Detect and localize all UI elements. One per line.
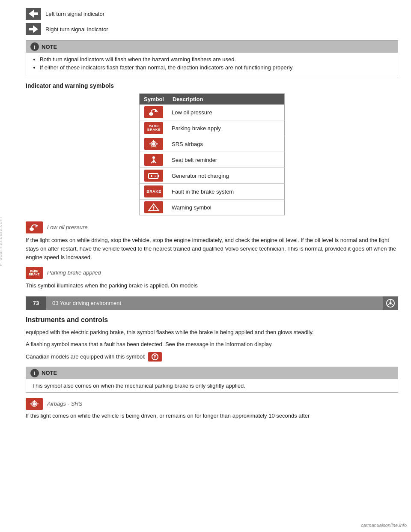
note-box-2-text: This symbol also comes on when the mecha… [32,383,245,389]
park-symbol: PARKBRAKE [144,122,163,134]
note-box-1: i NOTE Both turn signal indicators will … [26,40,398,76]
watermark: Procarmanuals.com [0,217,3,266]
symbol-description: Low oil pressure [168,105,285,120]
parking-brake-indicator-row: PARKBRAKE Parking brake applied [26,267,398,279]
note-box-2-title: NOTE [42,370,57,376]
airbags-icon [26,398,43,410]
symbol-cell [140,168,168,184]
symbol-description: Seat belt reminder [168,152,285,168]
svg-point-20 [153,209,154,210]
footer-title: 03 Your driving environment [46,300,383,306]
symbol-cell: PARKBRAKE [140,120,168,136]
svg-point-22 [36,225,38,227]
instruments-text-1: equipped with the electric parking brake… [26,328,398,337]
svg-point-24 [389,302,392,305]
svg-rect-13 [149,173,158,179]
symbol-cell [140,200,168,215]
symbol-description: Fault in the brake system [168,184,285,200]
parking-brake-indicator-icon: PARKBRAKE [26,267,43,279]
table-row: BRAKE Fault in the brake system [140,184,285,200]
low-oil-text: If the light comes on while driving, sto… [26,236,398,262]
table-row: Generator not charging [140,168,285,184]
symbol-cell [140,105,168,120]
left-turn-signal-icon [26,8,41,20]
svg-point-9 [152,156,155,159]
low-oil-indicator-row: Low oil pressure [26,221,398,233]
instruments-text-2: A flashing symbol means that a fault has… [26,340,398,349]
left-turn-signal-row: Left turn signal indicator [26,8,398,20]
table-row: Seat belt reminder [140,152,285,168]
page-footer-bar: 73 03 Your driving environment [26,296,398,310]
instruments-title: Instruments and controls [26,316,398,324]
svg-point-30 [33,402,36,406]
table-row: Warning symbol [140,200,285,215]
low-oil-indicator-icon [26,221,43,233]
symbol-description: Generator not charging [168,168,285,184]
section-heading: Indicator and warning symbols [26,82,398,89]
canadian-parking-symbol: P [148,352,162,362]
table-row: SRS airbags [140,136,285,152]
note-box-2-body: This symbol also comes on when the mecha… [26,379,398,392]
symbol-description: Parking brake apply [168,120,285,136]
note-box-1-title: NOTE [42,44,57,50]
right-turn-signal-icon [26,23,41,35]
table-row: Low oil pressure [140,105,285,120]
svg-marker-1 [29,25,38,33]
symbol-cell: BRAKE [140,184,168,200]
note-icon-2: i [30,369,39,377]
symbol-cell [140,152,168,168]
svg-point-4 [152,142,155,146]
note-box-2: i NOTE This symbol also comes on when th… [26,367,398,393]
seatbelt-symbol [144,154,163,166]
svg-text:P: P [153,355,156,359]
table-row: PARKBRAKE Parking brake apply [140,120,285,136]
note-item-1: Both turn signal indicators will flash w… [40,56,392,63]
canadian-line: Canadian models are equipped with this s… [26,352,398,362]
instruments-text-3: Canadian models are equipped with this s… [26,353,146,361]
parking-brake-label: Parking brake applied [47,267,101,279]
steering-wheel-icon [383,296,398,310]
parking-brake-text: This symbol illuminates when the parking… [26,281,398,290]
brake-fault-symbol: BRAKE [144,185,163,197]
page-number: 73 [26,296,46,310]
note-box-1-header: i NOTE [26,41,398,53]
svg-point-2 [149,112,153,116]
symbol-description: Warning symbol [168,200,285,215]
airbags-row: Airbags - SRS [26,398,398,410]
svg-point-21 [30,227,34,231]
airbags-text: If this light comes on while the vehicle… [26,412,398,420]
bottom-logo: carmanualsonline.info [361,523,407,528]
symbol-cell [140,136,168,152]
airbags-label: Airbags - SRS [47,400,82,407]
svg-rect-14 [158,175,159,177]
svg-marker-0 [29,10,38,18]
oil-symbol [144,106,163,118]
battery-symbol [144,170,163,182]
note-box-1-body: Both turn signal indicators will flash w… [26,53,398,76]
symbols-table: Symbol Description [139,93,285,215]
symbols-table-wrapper: Symbol Description [26,93,398,215]
warning-symbol [144,201,163,213]
left-turn-signal-label: Left turn signal indicator [45,11,104,17]
note-icon-1: i [30,42,39,51]
symbol-description: SRS airbags [168,136,285,152]
low-oil-label: Low oil pressure [47,221,88,233]
note-item-2: If either of these indicators flash fast… [40,64,392,71]
right-turn-signal-row: Right turn signal indicator [26,23,398,35]
srs-symbol [144,138,163,150]
col-symbol-header: Symbol [140,94,168,105]
col-description-header: Description [168,94,285,105]
right-turn-signal-label: Right turn signal indicator [45,26,108,33]
note-box-2-header: i NOTE [26,367,398,379]
